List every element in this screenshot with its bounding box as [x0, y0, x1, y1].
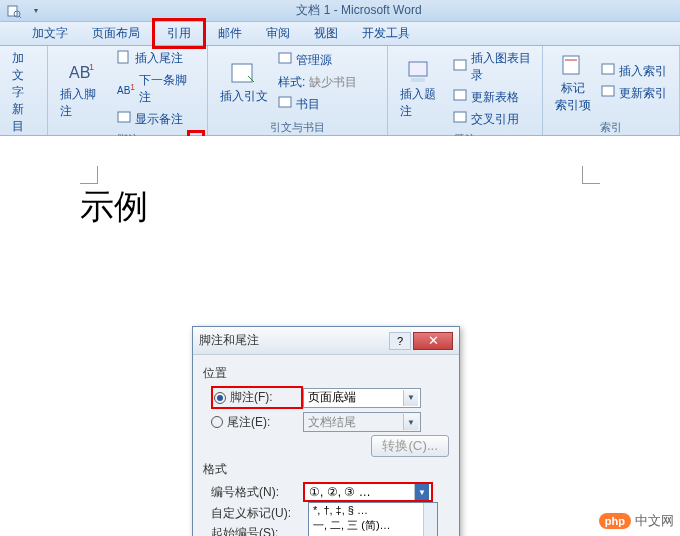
- radio-icon: [211, 416, 223, 428]
- print-preview-icon[interactable]: [6, 3, 22, 19]
- group-captions: 插入题注 插入图表目录 更新表格 交叉引用 题注: [388, 46, 543, 135]
- caption-icon: [405, 58, 437, 86]
- ribbon-tabs: 加文字 页面布局 引用 邮件 审阅 视图 开发工具: [0, 22, 680, 46]
- list-item[interactable]: 一, 二, 三 (简)…: [309, 517, 437, 534]
- l3: 索引项: [555, 97, 591, 114]
- label: 插入引文: [220, 88, 268, 105]
- margin-corner-icon: [582, 166, 600, 184]
- chevron-down-icon: ▼: [403, 414, 418, 430]
- svg-rect-11: [411, 78, 425, 82]
- upd-icon: [601, 85, 615, 102]
- qat-dropdown-icon[interactable]: ▾: [28, 3, 44, 19]
- svg-rect-5: [118, 51, 128, 63]
- tab-references[interactable]: 引用: [152, 18, 206, 49]
- group-label-text: 索引: [600, 120, 622, 135]
- ribbon: 加文字 新目录 AB1 插入脚注 插入尾注 AB1 下一条脚注: [0, 46, 680, 136]
- number-format-label: 编号格式(N):: [203, 484, 303, 501]
- svg-text:1: 1: [89, 62, 94, 72]
- margin-corner-icon: [80, 166, 98, 184]
- number-format-combo[interactable]: ①, ②, ③ … ▼: [303, 482, 433, 502]
- group-footnotes: AB1 插入脚注 插入尾注 AB1 下一条脚注 显示备注 脚: [48, 46, 208, 135]
- dialog-title: 脚注和尾注: [199, 332, 389, 349]
- citation-icon: [228, 60, 260, 88]
- svg-line-2: [19, 16, 21, 18]
- update-icon: [453, 89, 467, 106]
- svg-rect-7: [232, 64, 252, 82]
- style-combo[interactable]: 样式: 缺少书目: [274, 72, 361, 93]
- document-area: 示例 脚注和尾注 ? ✕ 位置 脚注(F):: [0, 136, 680, 536]
- endnote-icon: [117, 50, 131, 67]
- insert-index-button[interactable]: 插入索引: [597, 61, 671, 82]
- svg-rect-6: [118, 112, 130, 122]
- svg-rect-12: [454, 60, 466, 70]
- svg-rect-13: [454, 90, 466, 100]
- window-title: 文档 1 - Microsoft Word: [44, 2, 674, 19]
- tab-mailings[interactable]: 邮件: [206, 21, 254, 46]
- number-format-dropdown[interactable]: *, †, ‡, § … 一, 二, 三 (简)… 壹, 贰, 叁 … 甲, 乙…: [308, 502, 438, 536]
- biblio-icon: [278, 96, 292, 113]
- footnote-endnote-dialog: 脚注和尾注 ? ✕ 位置 脚注(F): 页面底端: [192, 326, 460, 536]
- list-item[interactable]: *, †, ‡, § …: [309, 503, 437, 517]
- quick-access-toolbar: ▾: [6, 3, 44, 19]
- watermark-text: 中文网: [635, 512, 674, 530]
- footnote-radio[interactable]: 脚注(F):: [211, 386, 303, 409]
- label: 加文字: [12, 50, 35, 101]
- tof-icon: [453, 59, 467, 76]
- show-notes-button[interactable]: 显示备注: [113, 109, 201, 130]
- group-toc: 加文字 新目录: [0, 46, 48, 135]
- svg-rect-17: [602, 64, 614, 74]
- chevron-down-icon: ▼: [414, 484, 429, 500]
- insert-caption-button[interactable]: 插入题注: [394, 56, 449, 122]
- svg-rect-15: [563, 56, 579, 74]
- footnote-location-combo[interactable]: 页面底端 ▼: [303, 388, 421, 408]
- start-at-label: 起始编号(S):: [203, 525, 303, 536]
- update-table-button[interactable]: 更新表格: [449, 87, 536, 108]
- mark-entry-button[interactable]: 标记 索引 索引项: [549, 50, 597, 116]
- radio-icon: [214, 392, 226, 404]
- dialog-titlebar[interactable]: 脚注和尾注 ? ✕: [193, 327, 459, 355]
- cross-ref-button[interactable]: 交叉引用: [449, 109, 536, 130]
- svg-rect-8: [279, 53, 291, 63]
- show-icon: [117, 111, 131, 128]
- tab-view[interactable]: 视图: [302, 21, 350, 46]
- dialog-body: 位置 脚注(F): 页面底端 ▼: [193, 355, 459, 536]
- l1: 标记: [561, 80, 585, 97]
- crossref-icon: [453, 111, 467, 128]
- section-format: 格式: [203, 461, 449, 478]
- svg-rect-10: [409, 62, 427, 76]
- next-icon: AB1: [117, 82, 135, 96]
- close-button-icon[interactable]: ✕: [413, 332, 453, 350]
- tab-insert[interactable]: 加文字: [20, 21, 80, 46]
- label: 插入脚注: [60, 86, 107, 120]
- idx-icon: [601, 63, 615, 80]
- manage-sources-button[interactable]: 管理源: [274, 50, 361, 71]
- endnote-radio[interactable]: 尾注(E):: [211, 414, 303, 431]
- insert-endnote-button[interactable]: 插入尾注: [113, 48, 201, 69]
- group-citations: 插入引文 管理源 样式: 缺少书目 书目 引文与书目: [208, 46, 388, 135]
- tab-page-layout[interactable]: 页面布局: [80, 21, 152, 46]
- convert-button: 转换(C)...: [371, 435, 449, 457]
- insert-tof-button[interactable]: 插入图表目录: [449, 48, 536, 86]
- endnote-location-combo: 文档结尾 ▼: [303, 412, 421, 432]
- scrollbar[interactable]: [423, 503, 437, 536]
- insert-citation-button[interactable]: 插入引文: [214, 58, 274, 107]
- svg-text:AB: AB: [69, 64, 90, 81]
- next-footnote-button[interactable]: AB1 下一条脚注: [113, 70, 201, 108]
- insert-footnote-button[interactable]: AB1 插入脚注: [54, 56, 113, 122]
- svg-rect-18: [602, 86, 614, 96]
- bibliography-button[interactable]: 书目: [274, 94, 361, 115]
- label: 插入题注: [400, 86, 443, 120]
- manage-icon: [278, 52, 292, 69]
- custom-mark-label: 自定义标记(U):: [203, 505, 303, 522]
- group-label-text: 引文与书目: [270, 120, 325, 135]
- watermark-badge: php: [599, 513, 631, 529]
- sample-text[interactable]: 示例: [80, 184, 148, 230]
- tab-developer[interactable]: 开发工具: [350, 21, 422, 46]
- update-index-button[interactable]: 更新索引: [597, 83, 671, 104]
- svg-rect-9: [279, 97, 291, 107]
- tab-review[interactable]: 审阅: [254, 21, 302, 46]
- group-index: 标记 索引 索引项 插入索引 更新索引 索引: [543, 46, 680, 135]
- help-button-icon[interactable]: ?: [389, 332, 411, 350]
- section-position: 位置: [203, 365, 449, 382]
- title-bar: ▾ 文档 1 - Microsoft Word: [0, 0, 680, 22]
